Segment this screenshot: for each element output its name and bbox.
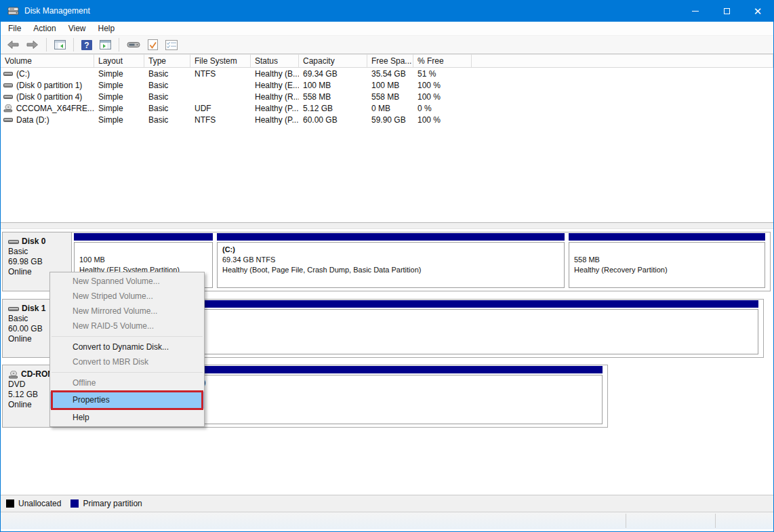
statusbar-divider	[715, 514, 716, 528]
legend-unallocated: Unallocated	[6, 499, 61, 508]
menu-separator	[52, 336, 203, 337]
disk-type: Basic	[8, 247, 71, 257]
menu-item-offline: Offline	[50, 375, 204, 390]
cell-pct-free: 100 %	[413, 115, 472, 125]
check-document-icon[interactable]	[146, 38, 160, 52]
cell-pct-free: 100 %	[413, 92, 472, 102]
column-header-layout[interactable]: Layout	[94, 54, 144, 67]
column-header-type[interactable]: Type	[144, 54, 190, 67]
toolbar-separator	[46, 38, 47, 52]
menu-item-convert-to-mbr-disk: Convert to MBR Disk	[50, 354, 204, 369]
cell-layout: Simple	[94, 92, 144, 102]
column-header-file-system[interactable]: File System	[190, 54, 251, 67]
menu-item-properties-label: Properties	[73, 395, 110, 405]
disk-context-menu: New Spanned Volume... New Striped Volume…	[49, 272, 205, 427]
pane-splitter[interactable]	[1, 223, 773, 229]
volume-disk-icon	[3, 70, 13, 77]
cell-free-space: 59.90 GB	[367, 115, 413, 125]
cell-layout: Simple	[94, 81, 144, 90]
cell-capacity: 100 MB	[299, 81, 367, 90]
disk-size: 69.98 GB	[8, 257, 71, 267]
cell-volume: (Disk 0 partition 4)	[16, 92, 82, 102]
menu-bar: File Action View Help	[1, 22, 773, 36]
cell-volume: (C:)	[16, 69, 30, 79]
legend-bar: Unallocated Primary partition	[1, 495, 773, 512]
cell-volume: CCCOMA_X64FRE...	[16, 104, 94, 113]
legend-primary-partition: Primary partition	[70, 499, 142, 508]
help-icon[interactable]: ?	[79, 39, 94, 52]
menu-item-properties[interactable]: Properties	[50, 392, 204, 409]
primary-partition-bar	[217, 233, 565, 241]
cell-free-space: 100 MB	[367, 81, 413, 90]
primary-partition-swatch	[70, 499, 79, 508]
partition-status: Healthy (Recovery Partition)	[574, 265, 760, 275]
menu-file[interactable]: File	[2, 22, 27, 35]
volume-disk-icon	[3, 117, 13, 123]
toolbar: ?	[1, 36, 773, 54]
table-row[interactable]: CCCOMA_X64FRE... Simple Basic UDF Health…	[1, 102, 773, 114]
task-list-icon[interactable]	[163, 39, 180, 52]
disk-device-icon[interactable]	[125, 39, 142, 50]
partition-size: 69.34 GB NTFS	[222, 255, 559, 265]
back-icon[interactable]	[5, 39, 21, 51]
menu-action[interactable]: Action	[27, 22, 62, 35]
volume-list-pane: Volume Layout Type File System Status Ca…	[1, 54, 773, 223]
console-tree-icon[interactable]	[52, 39, 68, 51]
column-header-filler	[472, 54, 773, 67]
cell-free-space: 35.54 GB	[367, 69, 413, 79]
table-row[interactable]: (Disk 0 partition 4) Simple Basic Health…	[1, 91, 773, 102]
column-header-status[interactable]: Status	[251, 54, 299, 67]
toolbar-separator	[73, 38, 74, 52]
cell-file-system: NTFS	[190, 69, 251, 79]
title-bar: Disk Management ✕	[1, 0, 773, 22]
window-title: Disk Management	[24, 6, 90, 16]
disk-drive-icon	[8, 239, 19, 245]
column-header-volume[interactable]: Volume	[1, 54, 94, 67]
close-button[interactable]: ✕	[742, 0, 773, 22]
partition-recovery[interactable]: 558 MB Healthy (Recovery Partition)	[568, 232, 766, 291]
column-header-pct-free[interactable]: % Free	[413, 54, 472, 67]
cell-capacity: 69.34 GB	[299, 69, 367, 79]
svg-text:?: ?	[84, 41, 89, 50]
unallocated-swatch	[6, 499, 14, 508]
partition-label: (C:)	[222, 245, 559, 255]
volume-disk-icon	[3, 82, 13, 89]
table-row[interactable]: (C:) Simple Basic NTFS Healthy (B... 69.…	[1, 68, 773, 79]
menu-item-convert-to-dynamic-disk[interactable]: Convert to Dynamic Disk...	[50, 340, 204, 354]
maximize-button[interactable]	[711, 0, 742, 22]
status-bar	[1, 512, 773, 529]
column-header-free-space[interactable]: Free Spa...	[367, 54, 413, 67]
cell-type: Basic	[144, 81, 190, 90]
cd-rom-icon	[8, 371, 18, 379]
cell-status: Healthy (P...	[251, 115, 299, 125]
menu-item-new-raid5-volume: New RAID-5 Volume...	[50, 319, 204, 333]
partition-label	[79, 245, 207, 255]
cell-pct-free: 51 %	[413, 69, 472, 79]
menu-view[interactable]: View	[62, 22, 92, 35]
minimize-icon	[692, 11, 699, 12]
cell-type: Basic	[144, 92, 190, 102]
menu-item-new-mirrored-volume: New Mirrored Volume...	[50, 304, 204, 319]
maximize-icon	[724, 8, 730, 14]
minimize-button[interactable]	[680, 0, 711, 22]
forward-icon[interactable]	[24, 39, 41, 51]
table-row[interactable]: Data (D:) Simple Basic NTFS Healthy (P..…	[1, 114, 773, 125]
cell-layout: Simple	[94, 69, 144, 79]
disk-drive-icon	[8, 306, 19, 312]
disk-name: Disk 1	[22, 304, 45, 314]
menu-item-help[interactable]: Help	[50, 410, 204, 425]
action-pane-icon[interactable]	[98, 39, 113, 51]
volume-table-header: Volume Layout Type File System Status Ca…	[1, 54, 773, 68]
menu-separator	[52, 372, 203, 373]
cell-status: Healthy (E...	[251, 81, 299, 90]
cell-pct-free: 0 %	[413, 104, 472, 113]
primary-partition-bar	[74, 233, 213, 241]
statusbar-divider	[626, 514, 626, 528]
table-row[interactable]: (Disk 0 partition 1) Simple Basic Health…	[1, 79, 773, 91]
menu-help[interactable]: Help	[92, 22, 121, 35]
legend-label: Primary partition	[83, 499, 142, 508]
column-header-capacity[interactable]: Capacity	[299, 54, 367, 67]
partition-c[interactable]: (C:) 69.34 GB NTFS Healthy (Boot, Page F…	[216, 232, 565, 291]
cell-pct-free: 100 %	[413, 81, 472, 90]
partition-status: Healthy (Boot, Page File, Crash Dump, Ba…	[222, 265, 559, 275]
